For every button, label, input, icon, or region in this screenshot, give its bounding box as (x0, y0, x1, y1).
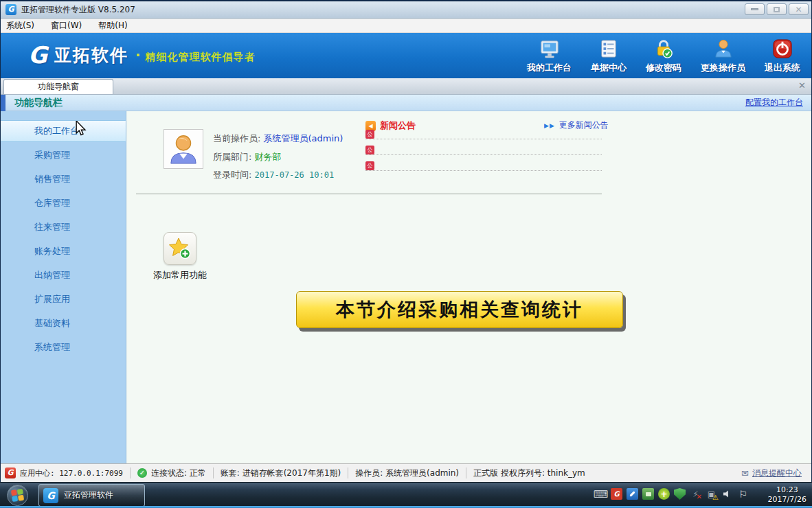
pane-close-icon[interactable]: ✕ (798, 81, 806, 90)
login-time-value: 2017-07-26 10:01 (255, 170, 335, 180)
tab-function-navigator[interactable]: 功能导航窗 (3, 79, 113, 94)
tools-icon[interactable] (627, 488, 638, 500)
minimize-icon (751, 8, 758, 10)
workspace: 当前操作员: 系统管理员(admin) 所属部门: 财务部 登录时间: 2017… (126, 111, 811, 464)
status-app-center: G 应用中心: 127.0.0.1:7099 (1, 467, 123, 478)
switch-operator-button[interactable]: 更换操作员 (701, 38, 745, 74)
minimize-button[interactable] (745, 3, 765, 15)
menu-bar: 系统(S) 窗口(W) 帮助(H) (1, 19, 811, 33)
star-plus-icon (168, 236, 192, 261)
windows-taskbar: G 亚拓管理软件 ⌨ G + ⚡✕ ▣⚠ ⚐ 10:23 2017/7/26 (0, 482, 812, 508)
restore-button[interactable] (767, 3, 787, 15)
configure-workbench-link[interactable]: 配置我的工作台 (745, 97, 803, 108)
caption-text: 本节介绍采购相关查询统计 (336, 297, 583, 322)
status-connection: ✓ 连接状态: 正常 (137, 467, 206, 479)
connection-ok-icon: ✓ (137, 468, 147, 478)
body: 我的工作台 采购管理 销售管理 仓库管理 往来管理 账务处理 出纳管理 扩展应用… (1, 111, 811, 464)
shield-icon[interactable] (674, 488, 686, 500)
start-button[interactable] (7, 485, 28, 506)
flag-icon[interactable]: ⚐ (737, 488, 749, 500)
brand-logo-icon: G (28, 43, 47, 67)
sidebar-item-cashier[interactable]: 出纳管理 (1, 264, 126, 286)
news-item-icon: 公 (365, 146, 374, 154)
news-item-icon: 公 (365, 130, 374, 139)
window-controls: ✕ (745, 3, 809, 15)
menu-system[interactable]: 系统(S) (6, 20, 34, 32)
sidebar-item-contacts[interactable]: 往来管理 (1, 216, 126, 238)
sidebar-item-warehouse[interactable]: 仓库管理 (1, 192, 126, 214)
operator-line: 当前操作员: 系统管理员(admin) (213, 132, 343, 145)
keyboard-icon[interactable]: ⌨ (595, 488, 607, 500)
status-license: 正式版 授权序列号: think_ym (473, 467, 585, 479)
taskbar-clock[interactable]: 10:23 2017/7/26 (768, 485, 807, 505)
app-red-icon[interactable]: G (611, 488, 622, 500)
safety-plus-icon[interactable]: + (658, 488, 670, 500)
news-item-underline (365, 139, 602, 139)
close-icon: ✕ (795, 5, 802, 14)
avatar-person-icon (168, 133, 199, 165)
taskbar-app-icon: G (43, 488, 58, 503)
double-arrow-icon: ▶▶ (544, 122, 555, 129)
status-account-set: 账套: 进销存帐套(2017年第1期) (221, 467, 341, 479)
menu-help[interactable]: 帮助(H) (98, 20, 127, 32)
window-title: 亚拓管理软件专业版 V8.5.207 (21, 4, 135, 16)
add-shortcut-label: 添加常用功能 (153, 269, 207, 281)
brand-separator: · (135, 47, 141, 63)
section-divider (136, 194, 602, 194)
sidebar-item-base-data[interactable]: 基础资料 (1, 312, 126, 334)
app-window: G 亚拓管理软件专业版 V8.5.207 ✕ 系统(S) 窗口(W) 帮助(H)… (0, 0, 812, 482)
clock-time: 10:23 (768, 485, 807, 495)
sidebar: 我的工作台 采购管理 销售管理 仓库管理 往来管理 账务处理 出纳管理 扩展应用… (1, 111, 126, 464)
status-separator (466, 467, 466, 478)
status-operator: 操作员: 系统管理员(admin) (355, 467, 459, 479)
app-center-icon: G (5, 467, 16, 478)
news-list-item[interactable]: 公 (365, 146, 602, 161)
status-separator (213, 467, 214, 478)
login-time-line: 登录时间: 2017-07-26 10:01 (213, 169, 334, 181)
brand-name: 亚拓软件 (54, 44, 128, 67)
news-list-item[interactable]: 公 (365, 130, 602, 145)
document-center-icon (598, 38, 620, 60)
news-list-item[interactable]: 公 (365, 161, 602, 176)
message-center-link[interactable]: ✉ 消息提醒中心 (741, 467, 802, 479)
package-icon[interactable] (642, 488, 654, 500)
taskbar-app-button[interactable]: G 亚拓管理软件 (38, 484, 145, 507)
plug-error-icon[interactable]: ⚡✕ (690, 488, 701, 500)
sidebar-item-purchase[interactable]: 采购管理 (1, 144, 126, 166)
nav-accent-bar (1, 95, 5, 111)
volume-icon[interactable] (721, 488, 733, 500)
sidebar-item-my-workbench[interactable]: 我的工作台 (1, 120, 126, 142)
news-item-underline (365, 154, 602, 155)
mouse-cursor (75, 121, 87, 136)
status-bar: G 应用中心: 127.0.0.1:7099 ✓ 连接状态: 正常 账套: 进销… (1, 463, 811, 482)
status-separator (348, 467, 348, 478)
system-tray: ⌨ G + ⚡✕ ▣⚠ ⚐ (595, 488, 749, 500)
document-center-button[interactable]: 单据中心 (591, 38, 627, 74)
workbench-monitor-icon (539, 38, 561, 60)
department-line: 所属部门: 财务部 (213, 151, 282, 163)
add-shortcut-button[interactable] (163, 232, 196, 265)
news-item-icon: 公 (365, 161, 374, 170)
brand: G 亚拓软件 · 精细化管理软件倡导者 (28, 43, 256, 67)
sidebar-item-accounting[interactable]: 账务处理 (1, 240, 126, 262)
news-item-underline (365, 170, 602, 171)
nav-title: 功能导航栏 (14, 97, 63, 109)
switch-operator-person-icon (712, 38, 734, 60)
operator-value: 系统管理员(admin) (264, 133, 343, 143)
menu-window[interactable]: 窗口(W) (51, 20, 82, 32)
clock-date: 2017/7/26 (768, 495, 807, 505)
sidebar-item-system[interactable]: 系统管理 (1, 336, 126, 358)
windows-logo-icon (11, 489, 24, 502)
sidebar-item-sales[interactable]: 销售管理 (1, 168, 126, 190)
my-workbench-button[interactable]: 我的工作台 (527, 38, 572, 74)
close-button[interactable]: ✕ (789, 3, 809, 15)
department-value: 财务部 (255, 152, 282, 162)
screen: G 亚拓管理软件专业版 V8.5.207 ✕ 系统(S) 窗口(W) 帮助(H)… (0, 0, 812, 508)
sidebar-item-extensions[interactable]: 扩展应用 (1, 288, 126, 310)
tab-strip: 功能导航窗 ✕ (1, 78, 811, 95)
exit-system-button[interactable]: 退出系统 (765, 38, 800, 74)
navigation-bar: 功能导航栏 配置我的工作台 (1, 95, 811, 111)
restore-icon (774, 7, 780, 12)
network-warning-icon[interactable]: ▣⚠ (706, 488, 717, 500)
change-password-button[interactable]: 修改密码 (646, 38, 681, 74)
